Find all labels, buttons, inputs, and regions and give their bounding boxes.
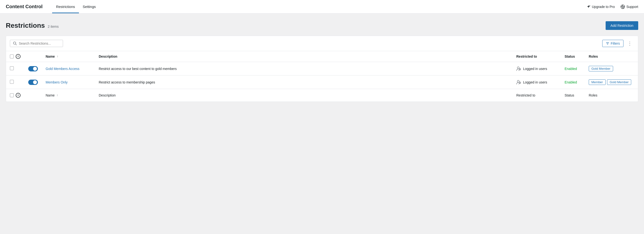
search-icon <box>13 41 17 45</box>
page-title-group: Restrictions 2 items <box>6 22 59 29</box>
footer-name-cell: Name ↑ <box>42 89 95 102</box>
header-checkbox-cell: i <box>6 51 24 62</box>
search-input[interactable] <box>19 41 58 45</box>
search-input-wrapper <box>10 40 63 47</box>
row2-checkbox-cell <box>6 75 24 89</box>
column-info-icon[interactable]: i <box>16 54 20 59</box>
app-title: Content Control <box>6 4 42 9</box>
row1-status-cell: Enabled <box>561 62 585 75</box>
footer-roles-cell: Roles <box>585 89 638 102</box>
row2-roles-cell: Member Gold Member <box>585 75 638 89</box>
row2-restricted-to-cell: Logged in users <box>512 75 561 89</box>
row1-checkbox[interactable] <box>10 66 14 70</box>
row2-checkbox[interactable] <box>10 80 14 84</box>
main-content: Restrictions 2 items Add Restriction <box>0 13 644 110</box>
footer-toggle-cell <box>24 89 42 102</box>
row2-status-badge: Enabled <box>564 80 577 84</box>
row1-toggle[interactable] <box>28 66 38 71</box>
row1-toggle-cell <box>24 62 42 75</box>
row2-roles-group: Member Gold Member <box>589 79 634 85</box>
footer-select-all-checkbox[interactable] <box>10 93 14 97</box>
svg-point-1 <box>622 6 624 7</box>
row2-toggle[interactable] <box>28 80 38 85</box>
row1-restricted-to-label: Logged in users <box>523 67 547 71</box>
toggle-slider <box>28 66 38 71</box>
role-badge[interactable]: Gold Member <box>607 79 632 85</box>
row1-description-cell: Restrict access to our best content to g… <box>95 62 512 75</box>
select-all-checkbox[interactable] <box>10 54 14 58</box>
page-header: Restrictions 2 items Add Restriction <box>6 21 638 30</box>
tab-settings[interactable]: Settings <box>79 0 100 13</box>
footer-checkbox-cell: i <box>6 89 24 102</box>
toggle-slider <box>28 80 38 85</box>
row2-name-cell: Members Only <box>42 75 95 89</box>
logged-in-users-icon <box>516 80 521 84</box>
role-badge[interactable]: Gold Member <box>589 66 613 71</box>
sparkle-icon <box>586 5 590 9</box>
header-status: Status <box>561 51 585 62</box>
upgrade-to-pro-button[interactable]: Upgrade to Pro <box>586 5 615 9</box>
logged-in-users-icon <box>516 67 521 71</box>
header-name: Name ↑ <box>42 51 95 62</box>
header-roles: Roles <box>585 51 638 62</box>
more-options-button[interactable]: ⋮ <box>626 40 634 47</box>
search-right: Filters ⋮ <box>602 40 634 47</box>
support-button[interactable]: Support <box>620 4 638 9</box>
row1-status-badge: Enabled <box>564 67 577 71</box>
restrictions-table: i Name ↑ Description Restricted to Statu… <box>6 51 638 102</box>
nav-right: Upgrade to Pro Support <box>586 4 638 9</box>
row2-status-cell: Enabled <box>561 75 585 89</box>
page-title: Restrictions <box>6 22 45 29</box>
row1-restricted-to-cell: Logged in users <box>512 62 561 75</box>
table-header-row: i Name ↑ Description Restricted to Statu… <box>6 51 638 62</box>
item-count: 2 items <box>48 25 59 28</box>
row1-roles-group: Gold Member <box>589 66 634 71</box>
table-container: Filters ⋮ i Name <box>6 36 638 102</box>
footer-description-cell: Description <box>95 89 512 102</box>
row1-checkbox-cell <box>6 62 24 75</box>
row1-roles-cell: Gold Member <box>585 62 638 75</box>
row2-description-cell: Restrict access to membership pages <box>95 75 512 89</box>
svg-line-7 <box>16 44 17 45</box>
add-restriction-button[interactable]: Add Restriction <box>606 21 638 30</box>
header-toggle-cell <box>24 51 42 62</box>
table-footer-row: i Name ↑ Description Restricted to Statu… <box>6 89 638 102</box>
filters-button[interactable]: Filters <box>602 40 624 47</box>
header-restricted-to: Restricted to <box>512 51 561 62</box>
support-icon <box>620 4 625 9</box>
row2-toggle-cell <box>24 75 42 89</box>
header-description: Description <box>95 51 512 62</box>
row2-restricted-to-label: Logged in users <box>523 80 547 84</box>
footer-info-icon[interactable]: i <box>16 93 20 98</box>
role-badge[interactable]: Member <box>589 79 606 85</box>
row1-name-cell: Gold Members Access <box>42 62 95 75</box>
search-bar: Filters ⋮ <box>6 36 638 51</box>
row2-name-link[interactable]: Members Only <box>46 80 68 84</box>
footer-status-cell: Status <box>561 89 585 102</box>
tab-restrictions[interactable]: Restrictions <box>52 0 79 13</box>
top-navigation: Content Control Restrictions Settings Up… <box>0 0 644 13</box>
footer-restricted-to-cell: Restricted to <box>512 89 561 102</box>
footer-sort-arrow-icon: ↑ <box>56 94 58 97</box>
svg-point-14 <box>517 80 519 82</box>
sort-arrow-icon: ↑ <box>57 55 58 58</box>
filter-icon <box>606 42 609 45</box>
row1-name-link[interactable]: Gold Members Access <box>46 67 80 71</box>
table-row: Gold Members Access Restrict access to o… <box>6 62 638 75</box>
table-row: Members Only Restrict access to membersh… <box>6 75 638 89</box>
svg-point-11 <box>517 67 519 69</box>
nav-tabs: Restrictions Settings <box>52 0 100 13</box>
